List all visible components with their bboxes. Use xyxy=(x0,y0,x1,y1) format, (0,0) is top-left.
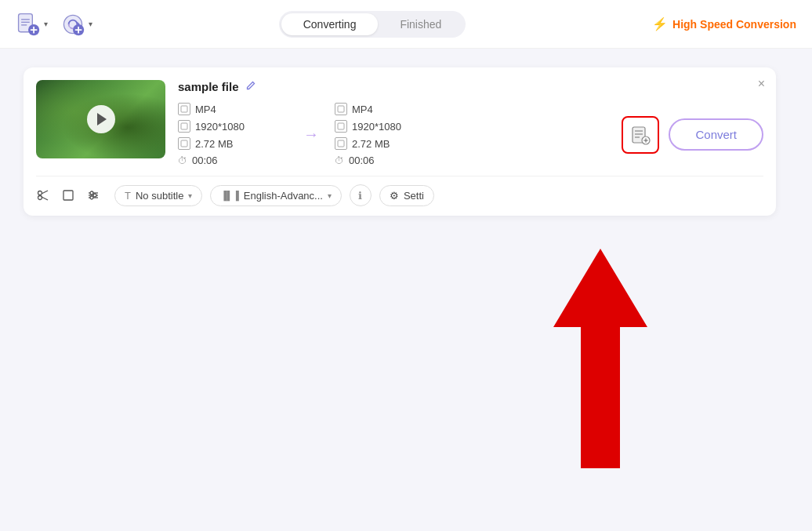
audio-chevron: ▾ xyxy=(328,191,332,200)
target-format-item: MP4 xyxy=(335,103,444,115)
target-size-text: 2.72 MB xyxy=(352,138,390,150)
svg-rect-12 xyxy=(181,106,187,112)
add-file-button[interactable]: ▾ xyxy=(16,12,48,37)
source-format-block: MP4 1920*1080 2.72 MB xyxy=(178,103,288,166)
file-name: sample file xyxy=(178,80,239,93)
tab-finished[interactable]: Finished xyxy=(378,13,463,35)
target-resolution-text: 1920*1080 xyxy=(352,121,401,133)
add-file-chevron: ▾ xyxy=(44,20,48,28)
svg-rect-17 xyxy=(338,140,344,147)
format-row: MP4 1920*1080 2.72 MB xyxy=(178,103,763,166)
svg-line-27 xyxy=(42,197,48,200)
svg-point-23 xyxy=(645,139,647,141)
settings-gear-icon: ⚙ xyxy=(390,190,399,202)
format-arrow: → xyxy=(288,125,335,144)
tab-converting[interactable]: Converting xyxy=(281,13,379,35)
video-settings-dropdown[interactable]: ⚙ Setti xyxy=(379,185,434,206)
main-content: × sample file xyxy=(0,49,812,531)
subtitle-chevron: ▾ xyxy=(188,191,192,200)
audio-text: English-Advanc... xyxy=(244,190,323,202)
card-bottom-toolbar: T No subtitle ▾ ▐▌▐ English-Advanc... ▾ … xyxy=(36,176,763,206)
svg-rect-28 xyxy=(63,191,73,200)
convert-button-area: Convert xyxy=(622,116,763,154)
play-button[interactable] xyxy=(87,105,115,133)
source-format-text: MP4 xyxy=(195,104,216,115)
video-thumbnail[interactable] xyxy=(36,80,165,158)
info-icon: ℹ xyxy=(358,190,362,202)
top-left-tools: ▾ ▾ xyxy=(16,12,92,37)
source-resolution-text: 1920*1080 xyxy=(195,121,245,133)
source-clock-icon: ⏱ xyxy=(178,155,187,166)
play-icon xyxy=(97,113,107,125)
target-format-block: MP4 1920*1080 2.72 MB xyxy=(335,103,444,166)
card-info: sample file MP4 xyxy=(178,80,763,166)
source-format-item: MP4 xyxy=(178,103,288,115)
target-resolution-item: 1920*1080 xyxy=(335,120,444,133)
target-size-item: 2.72 MB xyxy=(335,137,444,150)
file-name-row: sample file xyxy=(178,80,763,93)
info-button[interactable]: ℹ xyxy=(350,184,372,206)
audio-dropdown[interactable]: ▐▌▐ English-Advanc... ▾ xyxy=(210,185,342,206)
source-duration-text: 00:06 xyxy=(192,155,218,166)
svg-rect-15 xyxy=(338,106,344,112)
source-resolution-icon xyxy=(178,120,190,133)
high-speed-text: High Speed Conversion xyxy=(672,18,796,31)
target-format-text: MP4 xyxy=(352,104,373,115)
target-resolution-icon xyxy=(335,120,347,133)
subtitle-text: No subtitle xyxy=(136,190,183,202)
file-card: × sample file xyxy=(24,67,776,216)
edit-icon[interactable] xyxy=(245,80,256,93)
source-resolution-item: 1920*1080 xyxy=(178,120,288,133)
svg-point-25 xyxy=(38,196,42,200)
source-size-text: 2.72 MB xyxy=(195,138,233,150)
svg-line-26 xyxy=(42,191,48,194)
tab-group: Converting Finished xyxy=(279,11,466,38)
card-close-button[interactable]: × xyxy=(758,77,765,91)
output-settings-button[interactable] xyxy=(622,116,659,154)
svg-point-34 xyxy=(90,196,93,199)
scissors-button[interactable] xyxy=(36,188,50,202)
svg-point-24 xyxy=(38,191,42,195)
lightning-icon: ⚡ xyxy=(652,16,668,31)
target-size-icon xyxy=(335,137,347,150)
svg-rect-14 xyxy=(181,140,187,147)
svg-rect-16 xyxy=(338,123,344,129)
target-duration-item: ⏱ 00:06 xyxy=(335,155,444,166)
source-size-icon xyxy=(178,137,190,150)
add-convert-button[interactable]: ▾ xyxy=(60,12,92,37)
target-clock-icon: ⏱ xyxy=(335,155,344,166)
target-format-icon xyxy=(335,103,347,115)
top-bar: ▾ ▾ Converting Finished ⚡ High Speed Con… xyxy=(0,0,812,49)
convert-button[interactable]: Convert xyxy=(669,118,763,151)
arrow-icon: → xyxy=(303,125,319,144)
settings-text: Setti xyxy=(404,190,424,202)
svg-rect-13 xyxy=(181,123,187,129)
crop-button[interactable] xyxy=(61,188,75,202)
card-top-row: sample file MP4 xyxy=(36,80,763,166)
annotation-arrow xyxy=(538,249,663,468)
svg-point-32 xyxy=(90,191,93,195)
source-duration-item: ⏱ 00:06 xyxy=(178,155,288,166)
svg-point-33 xyxy=(93,194,96,197)
effects-button[interactable] xyxy=(86,188,100,202)
high-speed-label: ⚡ High Speed Conversion xyxy=(652,16,796,31)
svg-marker-35 xyxy=(553,249,647,468)
add-convert-chevron: ▾ xyxy=(89,20,92,28)
audio-icon: ▐▌▐ xyxy=(220,191,238,200)
edit-tools xyxy=(36,188,100,202)
source-format-icon xyxy=(178,103,190,115)
target-duration-text: 00:06 xyxy=(349,155,375,166)
source-size-item: 2.72 MB xyxy=(178,137,288,150)
subtitle-dropdown[interactable]: T No subtitle ▾ xyxy=(114,185,202,206)
subtitle-icon: T xyxy=(125,190,131,202)
